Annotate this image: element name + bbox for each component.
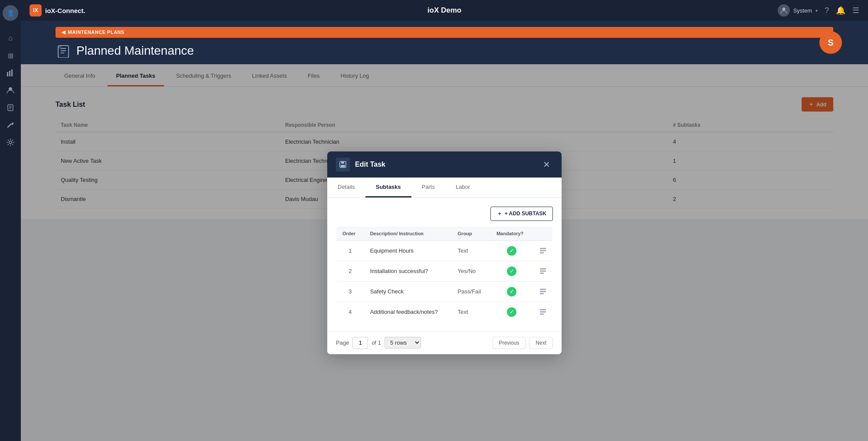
pagination-right: Previous Next: [493, 337, 553, 349]
subtask-edit-action[interactable]: [533, 261, 553, 281]
subtask-description: Safety Check: [364, 281, 452, 302]
col-actions: [533, 226, 553, 240]
sidebar-item-maintenance[interactable]: [3, 118, 17, 132]
svg-rect-28: [540, 309, 546, 310]
subtask-group: Pass/Fail: [452, 281, 490, 302]
sidebar-item-people[interactable]: [3, 83, 17, 97]
svg-rect-21: [540, 252, 544, 253]
modal-tab-labor[interactable]: Labor: [445, 178, 480, 197]
subtask-mandatory: ✓: [490, 261, 533, 281]
page-title-icon: [56, 43, 71, 59]
subtask-edit-button[interactable]: [539, 247, 546, 255]
svg-rect-1: [9, 71, 10, 76]
pagination-left: Page of 1 5 rows 10 rows 20 rows: [336, 337, 421, 349]
col-mandatory: Mandatory?: [490, 226, 533, 240]
page-title-row: Planned Maintenance: [56, 43, 833, 59]
subtask-group: Yes/No: [452, 261, 490, 281]
content-area: General Info Planned Tasks Scheduling & …: [21, 64, 868, 441]
modal-header-left: Edit Task: [336, 158, 385, 171]
sidebar-item-settings[interactable]: [3, 135, 17, 149]
subtask-order: 2: [336, 261, 364, 281]
sub-header-avatar: S: [819, 31, 842, 54]
mandatory-check-icon: ✓: [507, 307, 516, 317]
modal-actions: ＋ + ADD SUBTASK: [336, 207, 553, 221]
edit-task-modal: Edit Task ✕ Details Subtasks Parts Labor…: [327, 151, 562, 354]
page-label: Page: [336, 339, 349, 346]
sidebar-item-grid[interactable]: ⊞: [3, 49, 17, 63]
subtask-description: Additional feedback/notes?: [364, 302, 452, 322]
subtask-group: Text: [452, 302, 490, 322]
subtask-mandatory: ✓: [490, 302, 533, 322]
subtask-description: Equipment Hours: [364, 240, 452, 261]
rows-per-page-select[interactable]: 5 rows 10 rows 20 rows: [385, 337, 421, 349]
subtask-order: 4: [336, 302, 364, 322]
subtask-group: Text: [452, 240, 490, 261]
subtask-row[interactable]: 2 Installation successful? Yes/No ✓: [336, 261, 553, 281]
col-group: Group: [452, 226, 490, 240]
modal-tabs: Details Subtasks Parts Labor: [327, 178, 562, 198]
svg-rect-22: [540, 268, 546, 270]
svg-rect-26: [540, 291, 546, 292]
save-icon: [336, 158, 350, 171]
col-order: Order: [336, 226, 364, 240]
svg-rect-2: [11, 69, 13, 76]
svg-rect-0: [7, 72, 8, 76]
subtask-edit-action[interactable]: [533, 281, 553, 302]
subtask-row[interactable]: 3 Safety Check Pass/Fail ✓: [336, 281, 553, 302]
subtask-row[interactable]: 1 Equipment Hours Text ✓: [336, 240, 553, 261]
sidebar-user-avatar: 👤: [3, 5, 18, 21]
breadcrumb-label: MAINTENANCE PLANS: [68, 30, 125, 35]
top-header: iX ioX-Connect. ioX Demo System ▾ ? 🔔 ☰: [21, 0, 868, 21]
svg-rect-19: [540, 248, 546, 249]
sub-header: ◀ MAINTENANCE PLANS Planned Maintenance …: [21, 21, 868, 64]
svg-rect-23: [540, 270, 546, 272]
previous-page-button[interactable]: Previous: [493, 337, 526, 349]
svg-rect-15: [58, 46, 62, 49]
page-number-input[interactable]: [352, 337, 368, 349]
next-page-button[interactable]: Next: [529, 337, 553, 349]
subtask-edit-button[interactable]: [539, 267, 546, 276]
add-subtask-button[interactable]: ＋ + ADD SUBTASK: [490, 207, 553, 221]
sidebar: 👤 ⌂ ⊞: [0, 0, 21, 441]
svg-rect-17: [341, 161, 344, 164]
modal-title: Edit Task: [355, 161, 385, 168]
logo-icon: iX: [30, 4, 42, 16]
breadcrumb-arrow-icon: ◀: [62, 30, 66, 35]
mandatory-check-icon: ✓: [507, 267, 516, 276]
subtask-edit-button[interactable]: [539, 308, 546, 316]
subtask-edit-action[interactable]: [533, 302, 553, 322]
subtask-table: Order Description/ Instruction Group Man…: [336, 226, 553, 323]
subtask-edit-button[interactable]: [539, 287, 546, 296]
modal-footer: Page of 1 5 rows 10 rows 20 rows Previou…: [327, 331, 562, 354]
subtask-mandatory: ✓: [490, 240, 533, 261]
mandatory-check-icon: ✓: [507, 287, 516, 296]
page-title: Planned Maintenance: [76, 44, 194, 58]
subtask-edit-action[interactable]: [533, 240, 553, 261]
user-menu[interactable]: System ▾: [778, 4, 818, 16]
main-content: iX ioX-Connect. ioX Demo System ▾ ? 🔔 ☰ …: [21, 0, 868, 441]
subtask-description: Installation successful?: [364, 261, 452, 281]
modal-tab-subtasks[interactable]: Subtasks: [365, 178, 411, 197]
subtask-row[interactable]: 4 Additional feedback/notes? Text ✓: [336, 302, 553, 322]
sidebar-item-reports[interactable]: [3, 101, 17, 115]
help-icon[interactable]: ?: [825, 6, 829, 15]
user-label: System: [793, 7, 812, 14]
add-subtask-label: + ADD SUBTASK: [505, 211, 546, 217]
svg-rect-25: [540, 289, 546, 290]
subtask-order: 1: [336, 240, 364, 261]
modal-tab-details[interactable]: Details: [327, 178, 365, 197]
sidebar-item-home[interactable]: ⌂: [3, 31, 17, 45]
sidebar-item-chart[interactable]: [3, 66, 17, 80]
svg-line-8: [8, 124, 11, 127]
modal-close-button[interactable]: ✕: [540, 158, 553, 171]
svg-point-10: [782, 8, 785, 11]
svg-rect-24: [540, 273, 544, 274]
notification-icon[interactable]: 🔔: [836, 6, 845, 15]
modal-tab-parts[interactable]: Parts: [411, 178, 445, 197]
app-logo-text: ioX-Connect.: [45, 7, 85, 14]
header-right: System ▾ ? 🔔 ☰: [778, 4, 859, 16]
breadcrumb-button[interactable]: ◀ MAINTENANCE PLANS: [56, 27, 833, 38]
svg-rect-27: [540, 293, 544, 294]
menu-icon[interactable]: ☰: [852, 6, 859, 15]
svg-rect-18: [341, 165, 345, 167]
